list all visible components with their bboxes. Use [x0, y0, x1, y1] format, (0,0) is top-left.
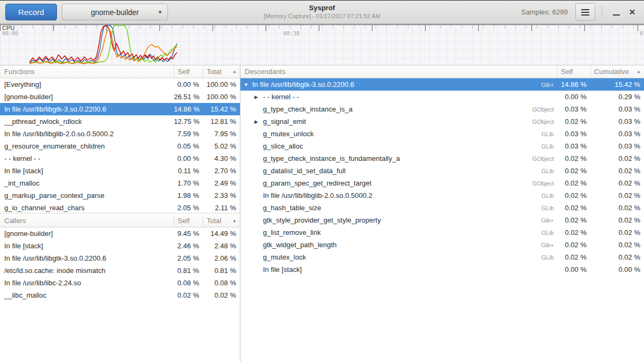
- descendants-column-label: Descendants: [245, 68, 286, 76]
- descendant-self-value: 0.02 %: [557, 204, 590, 212]
- profile-target-dropdown[interactable]: gnome-builder ▾: [62, 4, 168, 20]
- caller-total-value: 14.49 %: [203, 230, 240, 238]
- expander-icon[interactable]: ▶: [254, 119, 263, 124]
- function-total-value: 7.95 %: [203, 130, 240, 138]
- descendants-cumulative-column-header[interactable]: Cumulative ▲: [590, 65, 644, 78]
- function-total-value: 100.00 %: [203, 80, 240, 88]
- function-self-value: 2.05 %: [174, 204, 203, 212]
- callers-table: Callers Self Total ▲ [gnome-builder] 9.4…: [0, 215, 240, 301]
- function-row[interactable]: - - kernel - - 0.00 % 4.30 %: [0, 152, 240, 165]
- descendant-cumulative-value: 0.29 %: [590, 93, 644, 101]
- caller-self-value: 0.02 %: [174, 291, 203, 299]
- category-label: GLib: [541, 168, 557, 174]
- functions-total-column-header[interactable]: Total ▲: [203, 65, 240, 78]
- descendant-row[interactable]: In file [stack] 0.00 % 0.00 %: [240, 263, 644, 276]
- descendant-name: g_list_remove_link: [263, 228, 321, 237]
- category-label: GObject: [532, 119, 557, 125]
- descendant-self-value: 0.02 %: [557, 179, 590, 187]
- function-row[interactable]: [gnome-builder] 26.51 % 100.00 %: [0, 91, 240, 103]
- category-label: GLib: [541, 193, 557, 199]
- descendant-self-value: 0.03 %: [557, 105, 590, 113]
- descendant-row[interactable]: g_hash_table_size GLib 0.02 % 0.02 %: [240, 202, 644, 214]
- functions-column-header[interactable]: Functions: [0, 65, 174, 78]
- window-subtitle: [Memory Capture] - 01/17/2017 07:21:52 A…: [264, 12, 380, 20]
- functions-rows: [Everything] 0.00 % 100.00 % [gnome-buil…: [0, 78, 240, 213]
- time-label: 00:30: [283, 31, 299, 36]
- callers-column-header[interactable]: Callers: [0, 215, 174, 227]
- descendant-row[interactable]: g_mutex_unlock GLib 0.03 % 0.03 %: [240, 128, 644, 140]
- descendant-row[interactable]: g_type_check_instance_is_a GObject 0.03 …: [240, 103, 644, 115]
- descendant-row[interactable]: gtk_style_provider_get_style_property Gt…: [240, 214, 644, 226]
- caller-row[interactable]: [gnome-builder] 9.45 % 14.49 %: [0, 227, 240, 240]
- function-row[interactable]: g_resource_enumerate_children 0.05 % 5.0…: [0, 140, 240, 152]
- descendant-row[interactable]: g_datalist_id_set_data_full GLib 0.02 % …: [240, 165, 644, 177]
- function-total-value: 2.33 %: [203, 191, 240, 200]
- function-name: g_markup_parse_context_parse: [0, 191, 174, 200]
- close-button[interactable]: ✕: [624, 4, 640, 20]
- descendant-row[interactable]: g_slice_alloc GLib 0.03 % 0.03 %: [240, 140, 644, 152]
- expander-icon[interactable]: ▼: [244, 82, 252, 87]
- record-button[interactable]: Record: [5, 4, 57, 20]
- hamburger-icon: [581, 9, 589, 16]
- function-self-value: 1.70 %: [174, 179, 203, 187]
- descendant-name: g_mutex_unlock: [263, 130, 314, 138]
- category-label: Gtk+: [541, 217, 557, 224]
- titlebar-separator: [602, 5, 602, 19]
- function-name: In file /usr/lib/libglib-2.0.so.0.5000.2: [0, 130, 174, 138]
- descendants-column-header[interactable]: Descendants: [240, 65, 557, 78]
- descendants-self-column-header[interactable]: Self: [557, 65, 590, 78]
- cpu-graph-canvas[interactable]: [0, 24, 644, 65]
- descendant-self-value: 0.02 %: [557, 117, 590, 125]
- function-row[interactable]: __pthread_rwlock_rdlock 12.75 % 12.81 %: [0, 115, 240, 128]
- functions-self-column-header[interactable]: Self: [174, 65, 203, 78]
- descendant-cumulative-value: 15.42 %: [590, 80, 644, 88]
- function-row[interactable]: _int_malloc 1.70 % 2.49 %: [0, 177, 240, 189]
- caller-row[interactable]: In file /usr/lib/libc-2.24.so 0.08 % 0.0…: [0, 277, 240, 289]
- caller-total-value: 2.48 %: [203, 242, 240, 250]
- descendant-row[interactable]: ▶ g_signal_emit GObject 0.02 % 0.03 %: [240, 115, 644, 128]
- minimize-button[interactable]: [608, 4, 624, 20]
- caller-row[interactable]: In file /usr/lib/libgtk-3.so.0.2200.6 2.…: [0, 252, 240, 264]
- category-label: GObject: [532, 180, 557, 187]
- caller-self-value: 0.81 %: [174, 267, 203, 275]
- function-row[interactable]: g_markup_parse_context_parse 1.98 % 2.33…: [0, 189, 240, 202]
- function-total-value: 2.11 %: [203, 204, 240, 212]
- descendants-rows: ▼ In file /usr/lib/libgtk-3.so.0.2200.6 …: [240, 78, 644, 276]
- descendant-row[interactable]: ▶ - - kernel - - 0.00 % 0.29 %: [240, 91, 644, 103]
- function-row[interactable]: [Everything] 0.00 % 100.00 %: [0, 78, 240, 91]
- function-row[interactable]: g_io_channel_read_chars 2.05 % 2.11 %: [0, 202, 240, 213]
- descendant-row[interactable]: In file /usr/lib/libglib-2.0.so.0.5000.2…: [240, 189, 644, 202]
- function-row[interactable]: In file /usr/lib/libglib-2.0.so.0.5000.2…: [0, 128, 240, 140]
- descendant-self-value: 0.02 %: [557, 154, 590, 162]
- descendant-row[interactable]: g_param_spec_get_redirect_target GObject…: [240, 177, 644, 189]
- function-row[interactable]: In file /usr/lib/libgtk-3.so.0.2200.6 14…: [0, 103, 240, 115]
- caller-row[interactable]: __libc_malloc 0.02 % 0.02 %: [0, 289, 240, 301]
- function-total-value: 2.49 %: [203, 179, 240, 187]
- descendant-row[interactable]: g_mutex_lock GLib 0.02 % 0.02 %: [240, 251, 644, 263]
- descendant-row[interactable]: ▼ In file /usr/lib/libgtk-3.so.0.2200.6 …: [240, 78, 644, 91]
- expander-icon[interactable]: ▶: [254, 94, 263, 100]
- left-pane: Functions Self Total ▲ [Everything] 0.00…: [0, 65, 240, 362]
- cumulative-column-label: Cumulative: [594, 68, 629, 76]
- descendant-name: In file /usr/lib/libgtk-3.so.0.2200.6: [252, 80, 354, 88]
- self-column-label: Self: [178, 68, 189, 76]
- descendant-name: - - kernel - -: [263, 93, 299, 101]
- function-row[interactable]: In file [stack] 0.11 % 2.70 %: [0, 165, 240, 177]
- menu-button[interactable]: [575, 3, 595, 21]
- category-label: Gtk+: [541, 242, 557, 248]
- descendant-row[interactable]: g_type_check_instance_is_fundamentally_a…: [240, 152, 644, 165]
- descendant-cumulative-value: 0.02 %: [590, 204, 644, 212]
- cpu-graph[interactable]: CPU 00:0000:3001:00: [0, 24, 644, 65]
- callers-self-column-header[interactable]: Self: [174, 215, 203, 227]
- caller-row[interactable]: /etc/ld.so.cache: inode mismatch 0.81 % …: [0, 264, 240, 277]
- descendant-name: g_datalist_id_set_data_full: [263, 167, 346, 175]
- caller-total-value: 0.08 %: [203, 279, 240, 287]
- descendant-row[interactable]: gtk_widget_path_length Gtk+ 0.02 % 0.02 …: [240, 239, 644, 251]
- descendant-row[interactable]: g_list_remove_link GLib 0.02 % 0.02 %: [240, 226, 644, 239]
- caller-row[interactable]: In file [stack] 2.46 % 2.48 %: [0, 240, 240, 252]
- profile-target-label: gnome-builder: [91, 8, 139, 17]
- descendant-name: g_type_check_instance_is_a: [263, 105, 353, 113]
- callers-total-column-header[interactable]: Total ▲: [203, 215, 240, 227]
- functions-table: Functions Self Total ▲ [Everything] 0.00…: [0, 65, 240, 213]
- descendant-self-value: 0.03 %: [557, 142, 590, 150]
